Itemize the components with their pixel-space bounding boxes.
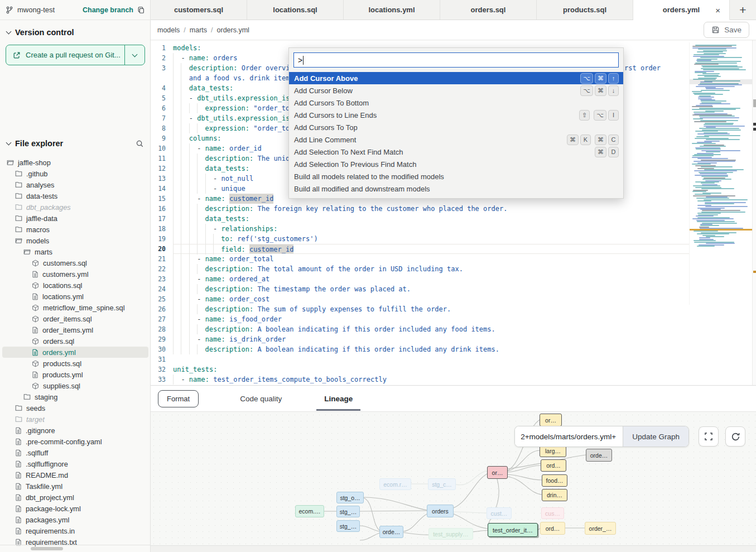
- file-tree-item-products.yml[interactable]: products.yml: [2, 369, 148, 380]
- command-item[interactable]: Add Line Comment⌘K⌘C: [289, 133, 623, 146]
- code-line[interactable]: 25- name: order_cost: [151, 294, 756, 304]
- tab-locations.sql[interactable]: locations.sql: [247, 0, 344, 20]
- file-tree-item-README.md[interactable]: README.md: [2, 469, 148, 481]
- lineage-node-stg_o[interactable]: stg_o…: [336, 492, 364, 503]
- file-tree-item-order_items.yml[interactable]: order_items.yml: [2, 324, 148, 335]
- file-tree-item-analyses[interactable]: analyses: [2, 179, 148, 190]
- file-tree-item-target[interactable]: target: [2, 414, 148, 425]
- lineage-node-or[interactable]: or…: [540, 414, 562, 426]
- code-line[interactable]: 30description: A boolean indicating if t…: [151, 344, 756, 354]
- file-tree-item-products.sql[interactable]: products.sql: [2, 358, 148, 369]
- save-button[interactable]: Save: [704, 22, 749, 38]
- file-tree-item-data-tests[interactable]: data-tests: [2, 190, 148, 201]
- command-item[interactable]: Add Cursors To Bottom: [289, 97, 623, 109]
- code-line[interactable]: 27- name: is_food_order: [151, 314, 756, 324]
- lineage-node-stg_[interactable]: stg_…: [336, 506, 360, 517]
- lineage-node-ord[interactable]: ord…: [540, 522, 565, 535]
- new-tab-button[interactable]: +: [730, 0, 756, 20]
- tab-products.sql[interactable]: products.sql: [537, 0, 633, 20]
- file-tree-item-marts[interactable]: marts: [2, 246, 148, 257]
- create-pr-button[interactable]: Create a pull request on Git...: [6, 45, 124, 65]
- fullscreen-icon[interactable]: [699, 426, 719, 447]
- file-tree-item-requirements.in[interactable]: requirements.in: [2, 525, 148, 536]
- lineage-node-cus[interactable]: cus…: [541, 507, 564, 519]
- command-item[interactable]: Build all models related to the modified…: [289, 170, 623, 183]
- file-tree-item-seeds[interactable]: seeds: [2, 402, 148, 414]
- tab-locations.yml[interactable]: locations.yml: [344, 0, 440, 20]
- code-line[interactable]: 31: [151, 354, 756, 364]
- code-line[interactable]: 23- name: ordered_at: [151, 274, 756, 284]
- code-line[interactable]: 17data_tests:: [151, 214, 756, 224]
- file-tree-item-jaffle-data[interactable]: jaffle-data: [2, 213, 148, 224]
- copy-icon[interactable]: [137, 6, 145, 14]
- code-line[interactable]: 29- name: is_drink_order: [151, 334, 756, 344]
- lineage-node-or[interactable]: or…: [487, 466, 508, 479]
- file-tree-item-.gitignore[interactable]: .gitignore: [2, 425, 148, 436]
- lineage-canvas[interactable]: or…larg…ord…orde…or…food…drin…ecom.r…stg…: [151, 411, 756, 545]
- lineage-node-drin[interactable]: drin…: [542, 489, 567, 501]
- file-tree-item-metricflow_time_spine.sql[interactable]: metricflow_time_spine.sql: [2, 302, 148, 313]
- code-editor[interactable]: 1models:2- name: orders3description: Ord…: [151, 40, 756, 385]
- code-line[interactable]: 21- name: order_total: [151, 254, 756, 264]
- sidebar-horizontal-scrollbar[interactable]: [31, 547, 63, 550]
- command-item[interactable]: Add Selection To Previous Find Match: [289, 158, 623, 170]
- version-control-header[interactable]: Version control: [0, 20, 151, 41]
- lineage-node-stg_c[interactable]: stg_c…: [428, 478, 456, 490]
- file-tree-item-orders.sql[interactable]: orders.sql: [2, 335, 148, 347]
- file-tree-item-staging[interactable]: staging: [2, 391, 148, 402]
- change-branch-link[interactable]: Change branch: [83, 6, 133, 14]
- code-line[interactable]: 19to: ref('stg_customers'): [151, 234, 756, 244]
- refresh-icon[interactable]: [725, 426, 745, 447]
- editor-scrollbar[interactable]: [752, 40, 756, 385]
- file-explorer-header[interactable]: File explorer: [0, 132, 151, 152]
- file-tree-item-locations.sql[interactable]: locations.sql: [2, 280, 148, 291]
- tab-customers.sql[interactable]: customers.sql: [151, 0, 247, 20]
- breadcrumb-item[interactable]: marts: [190, 26, 207, 34]
- command-item[interactable]: Add Cursors To Top: [289, 121, 623, 133]
- file-tree-item-locations.yml[interactable]: locations.yml: [2, 291, 148, 302]
- file-tree-item-.github[interactable]: .github: [2, 168, 148, 179]
- lineage-node-orde[interactable]: orde…: [379, 526, 403, 538]
- file-tree-item-jaffle-shop[interactable]: jaffle-shop: [2, 157, 148, 168]
- code-line[interactable]: 33- name: test_order_items_compute_to_bo…: [151, 375, 756, 385]
- file-tree-item-supplies.sql[interactable]: supplies.sql: [2, 380, 148, 391]
- command-palette-input[interactable]: >: [293, 52, 619, 68]
- lineage-node-food[interactable]: food…: [542, 474, 567, 487]
- update-graph-button[interactable]: Update Graph: [623, 426, 688, 447]
- command-item[interactable]: Add Cursors to Line Ends⇧⌥I: [289, 109, 623, 121]
- tab-orders.sql[interactable]: orders.sql: [440, 0, 537, 20]
- file-tree-item-order_items.sql[interactable]: order_items.sql: [2, 313, 148, 324]
- file-tree-item-customers.yml[interactable]: customers.yml: [2, 268, 148, 280]
- breadcrumb-item[interactable]: models: [157, 26, 180, 34]
- code-line[interactable]: 24description: The timestamp the order w…: [151, 284, 756, 294]
- file-tree-item-orders.yml[interactable]: orders.yml: [2, 347, 148, 358]
- file-tree-item-packages.yml[interactable]: packages.yml: [2, 514, 148, 525]
- lineage-node-stg_[interactable]: stg_…: [336, 520, 360, 532]
- command-item[interactable]: Add Selection To Next Find Match⌘D: [289, 146, 623, 158]
- file-tree-item-.sqlfluffignore[interactable]: .sqlfluffignore: [2, 458, 148, 469]
- code-line[interactable]: 18- relationships:: [151, 224, 756, 234]
- code-line[interactable]: 20field: customer_id: [151, 244, 756, 254]
- search-icon[interactable]: [136, 140, 144, 148]
- file-tree-item-dbt_packages[interactable]: dbt_packages: [2, 201, 148, 213]
- lineage-selector-input[interactable]: [515, 426, 623, 447]
- file-tree-item-requirements.txt[interactable]: requirements.txt: [2, 536, 148, 548]
- lineage-node-test_order_it[interactable]: test_order_it…: [488, 523, 538, 537]
- lineage-node-cust[interactable]: cust…: [487, 507, 512, 519]
- file-tree-item-.pre-commit-config.yaml[interactable]: .pre-commit-config.yaml: [2, 436, 148, 447]
- file-tree-item-.sqlfluff[interactable]: .sqlfluff: [2, 447, 148, 458]
- file-tree-item-Taskfile.yml[interactable]: Taskfile.yml: [2, 481, 148, 492]
- file-tree-item-models[interactable]: models: [2, 235, 148, 246]
- code-line[interactable]: 28description: A boolean indicating if t…: [151, 324, 756, 334]
- lineage-node-ecom.[interactable]: ecom.…: [295, 505, 324, 517]
- lineage-node-ord[interactable]: ord…: [541, 459, 566, 472]
- lineage-node-orders[interactable]: orders: [427, 505, 454, 517]
- tab-orders.yml[interactable]: orders.yml×: [633, 0, 730, 20]
- code-line[interactable]: 26description: The sum of supply expense…: [151, 304, 756, 314]
- code-line[interactable]: 16description: The foreign key relating …: [151, 204, 756, 214]
- breadcrumb-item[interactable]: orders.yml: [217, 26, 249, 34]
- create-pr-dropdown[interactable]: [124, 45, 145, 65]
- close-icon[interactable]: ×: [715, 5, 720, 15]
- lineage-node-orde[interactable]: orde…: [586, 449, 612, 462]
- command-item[interactable]: Add Cursor Above⌥⌘↑: [289, 72, 623, 84]
